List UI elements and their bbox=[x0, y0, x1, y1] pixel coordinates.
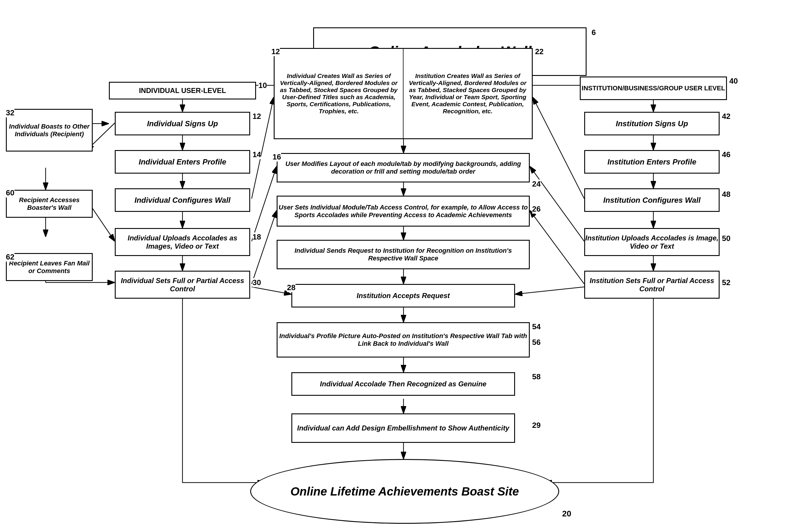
ref-30: 30 bbox=[252, 278, 261, 287]
creates-wall-box: Individual Creates Wall as Series of Ver… bbox=[274, 48, 533, 139]
individual-uploads-label: Individual Uploads Accolades as Images, … bbox=[116, 234, 249, 250]
user-modifies-layout-box: User Modifies Layout of each module/tab … bbox=[277, 153, 530, 183]
institution-enters-profile-box: Institution Enters Profile bbox=[584, 150, 719, 174]
svg-line-25 bbox=[251, 166, 277, 241]
individual-sends-request-box: Individual Sends Request to Institution … bbox=[277, 240, 530, 269]
ref-22: 22 bbox=[535, 47, 544, 56]
individual-sets-access-box: Individual Sets Full or Partial Access C… bbox=[115, 271, 250, 299]
ref-58: 58 bbox=[532, 372, 541, 381]
ref-48: 48 bbox=[722, 190, 731, 199]
ref-50: 50 bbox=[722, 234, 731, 243]
accolade-recognized-label: Individual Accolade Then Recognized as G… bbox=[320, 380, 487, 388]
ref-26: 26 bbox=[532, 205, 541, 214]
institution-user-level-label: INSTITUTION/BUSINESS/GROUP USER LEVEL bbox=[582, 84, 725, 92]
recipient-accesses-box: Recipient Accesses Boaster's Wall bbox=[6, 190, 93, 218]
institution-uploads-label: Institution Uploads Accolades is Image, … bbox=[585, 234, 719, 250]
individual-creates-wall-label: Individual Creates Wall as Series of Ver… bbox=[279, 72, 398, 115]
individual-user-level-label: INDIVIDUAL USER-LEVEL bbox=[139, 87, 226, 95]
user-sets-access-box: User Sets Individual Module/Tab Access C… bbox=[277, 196, 530, 227]
individual-signs-up-label: Individual Signs Up bbox=[147, 119, 218, 128]
recipient-accesses-label: Recipient Accesses Boaster's Wall bbox=[7, 196, 92, 212]
user-modifies-layout-label: User Modifies Layout of each module/tab … bbox=[278, 160, 529, 175]
institution-uploads-box: Institution Uploads Accolades is Image, … bbox=[584, 228, 719, 256]
institution-signs-up-label: Institution Signs Up bbox=[616, 119, 688, 128]
ref-29: 29 bbox=[532, 421, 541, 430]
diagram: Online Accolades Wall 6 INDIVIDUAL USER-… bbox=[0, 0, 807, 532]
ref-18: 18 bbox=[252, 232, 261, 242]
individual-sets-access-label: Individual Sets Full or Partial Access C… bbox=[116, 277, 249, 293]
institution-configures-wall-box: Institution Configures Wall bbox=[584, 188, 719, 212]
individual-sends-request-label: Individual Sends Request to Institution … bbox=[278, 247, 529, 262]
ref-28: 28 bbox=[287, 283, 296, 292]
svg-line-28 bbox=[530, 166, 584, 241]
recipient-leaves-box: Recipient Leaves Fan Mail or Comments bbox=[6, 253, 93, 281]
ref-56: 56 bbox=[532, 338, 541, 347]
ref-16: 16 bbox=[273, 152, 281, 162]
institution-sets-access-box: Institution Sets Full or Partial Access … bbox=[584, 271, 719, 299]
ref-12b: 12 bbox=[271, 47, 280, 56]
ref-6: 6 bbox=[592, 28, 596, 37]
ref-24: 24 bbox=[532, 179, 541, 189]
ref-20: 20 bbox=[562, 509, 571, 518]
ref-62: 62 bbox=[6, 252, 14, 262]
online-lifetime-ellipse: Online Lifetime Achievements Boast Site bbox=[250, 459, 559, 524]
institution-user-level-box: INSTITUTION/BUSINESS/GROUP USER LEVEL bbox=[580, 76, 727, 100]
online-lifetime-label: Online Lifetime Achievements Boast Site bbox=[290, 485, 519, 498]
ref-40: 40 bbox=[729, 76, 738, 86]
institution-enters-profile-label: Institution Enters Profile bbox=[607, 157, 696, 167]
ref-42: 42 bbox=[722, 112, 731, 121]
individual-boasts-label: Individual Boasts to Other Individuals (… bbox=[7, 123, 92, 138]
institution-creates-wall-label: Institution Creates Wall as Series of Ve… bbox=[408, 72, 527, 115]
individual-user-level-box: INDIVIDUAL USER-LEVEL bbox=[109, 82, 256, 99]
individual-uploads-box: Individual Uploads Accolades as Images, … bbox=[115, 228, 250, 256]
profile-picture-label: Individual's Profile Picture Auto-Posted… bbox=[278, 332, 529, 347]
profile-picture-box: Individual's Profile Picture Auto-Posted… bbox=[277, 322, 530, 358]
accolade-recognized-box: Individual Accolade Then Recognized as G… bbox=[292, 372, 515, 396]
svg-line-30 bbox=[251, 287, 292, 294]
individual-signs-up-box: Individual Signs Up bbox=[115, 112, 250, 135]
individual-configures-wall-label: Individual Configures Wall bbox=[134, 196, 230, 205]
recipient-leaves-label: Recipient Leaves Fan Mail or Comments bbox=[7, 260, 92, 275]
individual-enters-profile-box: Individual Enters Profile bbox=[115, 150, 250, 174]
design-embellishment-label: Individual can Add Design Embellishment … bbox=[297, 424, 509, 432]
svg-line-29 bbox=[530, 210, 584, 284]
individual-enters-profile-label: Individual Enters Profile bbox=[138, 157, 226, 167]
institution-accepts-label: Institution Accepts Request bbox=[357, 291, 450, 300]
institution-sets-access-label: Institution Sets Full or Partial Access … bbox=[585, 277, 719, 293]
ref-10: 10 bbox=[258, 81, 267, 90]
individual-boasts-box: Individual Boasts to Other Individuals (… bbox=[6, 109, 93, 152]
institution-signs-up-box: Institution Signs Up bbox=[584, 112, 719, 135]
ref-52: 52 bbox=[722, 278, 731, 287]
svg-line-31 bbox=[515, 287, 584, 294]
ref-14: 14 bbox=[252, 150, 261, 159]
ref-32: 32 bbox=[6, 108, 14, 117]
individual-configures-wall-box: Individual Configures Wall bbox=[115, 188, 250, 212]
ref-12a: 12 bbox=[252, 112, 261, 121]
user-sets-access-label: User Sets Individual Module/Tab Access C… bbox=[278, 204, 529, 219]
design-embellishment-box: Individual can Add Design Embellishment … bbox=[292, 413, 515, 443]
ref-60: 60 bbox=[6, 188, 14, 197]
institution-configures-wall-label: Institution Configures Wall bbox=[603, 196, 700, 205]
svg-line-26 bbox=[251, 210, 277, 284]
institution-accepts-box: Institution Accepts Request bbox=[292, 284, 515, 307]
ref-54: 54 bbox=[532, 322, 541, 331]
ref-46: 46 bbox=[722, 150, 731, 159]
